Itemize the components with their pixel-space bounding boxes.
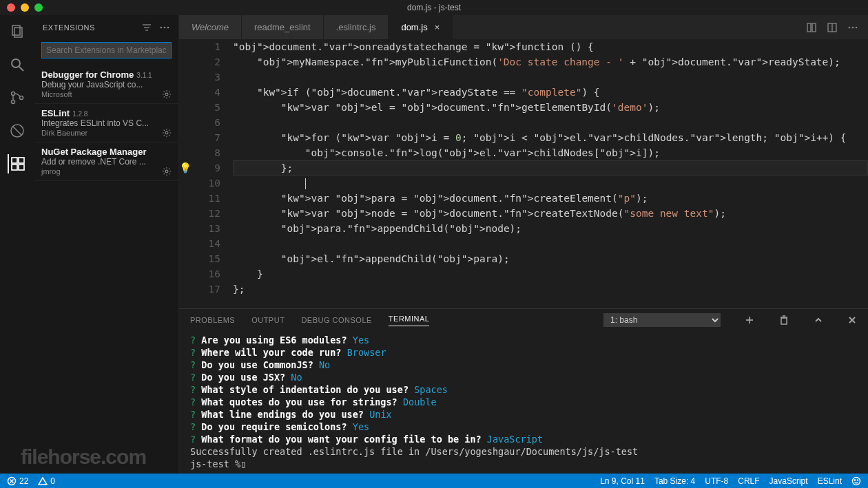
filter-icon[interactable] (141, 22, 152, 33)
svg-point-20 (165, 131, 168, 134)
explorer-icon[interactable] (8, 22, 27, 41)
editor-tab[interactable]: readme_eslint (242, 15, 324, 39)
editor-tab[interactable]: Welcome (179, 15, 242, 39)
source-control-icon[interactable] (8, 88, 27, 107)
svg-rect-11 (12, 165, 17, 170)
window-controls (0, 3, 43, 12)
svg-point-18 (167, 26, 169, 28)
extension-item[interactable]: Debugger for Chrome3.1.1Debug your JavaS… (34, 65, 178, 104)
extension-item[interactable]: ESLint1.2.8Integrates ESLint into VS C..… (34, 104, 178, 142)
feedback-icon[interactable] (851, 476, 861, 486)
svg-point-40 (853, 477, 860, 485)
extension-author: Dirk Baeumer (41, 129, 87, 137)
minimize-window-button[interactable] (21, 3, 29, 12)
extensions-search-input[interactable] (41, 42, 172, 59)
search-icon[interactable] (8, 55, 27, 74)
status-language[interactable]: JavaScript (769, 476, 808, 486)
extensions-sidebar: EXTENSIONS Debugger for Chrome3.1.1Debug… (34, 15, 179, 474)
more-icon[interactable] (159, 22, 170, 33)
editor-tab[interactable]: .eslintrc.js (324, 15, 389, 39)
split-editor-icon[interactable] (827, 22, 838, 33)
svg-rect-0 (12, 25, 20, 35)
svg-point-17 (164, 26, 166, 28)
tab-label: Welcome (192, 22, 229, 32)
gear-icon[interactable] (162, 128, 172, 138)
sidebar-header: EXTENSIONS (34, 15, 178, 39)
svg-rect-22 (807, 23, 811, 32)
svg-point-19 (165, 93, 168, 96)
svg-point-16 (161, 26, 163, 28)
tab-label: dom.js (401, 22, 427, 32)
panel-tab-terminal[interactable]: TERMINAL (389, 315, 430, 326)
maximize-window-button[interactable] (34, 3, 43, 12)
svg-point-42 (857, 479, 858, 480)
compare-icon[interactable] (806, 22, 817, 33)
svg-point-6 (20, 96, 23, 100)
extension-name: ESLint1.2.8 (41, 108, 172, 118)
svg-line-3 (19, 67, 23, 71)
gear-icon[interactable] (162, 89, 172, 99)
status-eol[interactable]: CRLF (738, 476, 759, 486)
svg-rect-23 (812, 23, 816, 32)
extension-name: NuGet Package Manager (41, 147, 172, 157)
svg-rect-9 (12, 158, 17, 163)
extension-version: 3.1.1 (136, 72, 152, 79)
status-warnings[interactable]: 0 (38, 476, 55, 486)
window-title: dom.js - js-test (407, 3, 461, 12)
debug-icon[interactable] (8, 121, 27, 140)
gear-icon[interactable] (162, 167, 172, 176)
svg-rect-31 (781, 318, 787, 324)
svg-point-5 (12, 100, 15, 104)
extension-desc: Integrates ESLint into VS C... (41, 118, 172, 128)
maximize-panel-icon[interactable] (813, 315, 824, 326)
status-tab-size[interactable]: Tab Size: 4 (654, 476, 695, 486)
svg-point-21 (165, 170, 168, 173)
svg-point-4 (12, 92, 15, 96)
extensions-icon[interactable] (8, 154, 27, 173)
extension-desc: Debug your JavaScript co... (41, 80, 172, 89)
editor-tabs: Welcomereadme_eslint.eslintrc.jsdom.js× (179, 15, 868, 39)
status-bar: 22 0 Ln 9, Col 11 Tab Size: 4 UTF-8 CRLF… (0, 474, 868, 488)
tab-label: readme_eslint (254, 22, 311, 32)
panel-tab-debug-console[interactable]: DEBUG CONSOLE (301, 316, 371, 324)
code-editor[interactable]: 💡 1234567891011121314151617 "obj">docume… (179, 39, 868, 308)
sidebar-title: EXTENSIONS (43, 23, 95, 32)
kill-terminal-icon[interactable] (778, 315, 789, 326)
panel-tab-problems[interactable]: PROBLEMS (190, 316, 235, 324)
new-terminal-icon[interactable] (744, 315, 755, 326)
status-encoding[interactable]: UTF-8 (705, 476, 728, 486)
panel-tab-output[interactable]: OUTPUT (251, 316, 285, 324)
close-tab-icon[interactable]: × (435, 22, 440, 32)
extension-author: jmrog (41, 167, 61, 176)
status-errors[interactable]: 22 (7, 476, 28, 486)
svg-rect-1 (14, 28, 22, 37)
status-linter[interactable]: ESLint (818, 476, 842, 486)
svg-marker-39 (39, 478, 47, 485)
titlebar: dom.js - js-test (0, 0, 868, 15)
activity-bar (0, 15, 34, 474)
close-window-button[interactable] (7, 3, 15, 12)
error-count: 22 (19, 476, 28, 486)
bottom-panel: PROBLEMS OUTPUT DEBUG CONSOLE TERMINAL 1… (179, 308, 868, 474)
svg-rect-10 (19, 158, 24, 163)
svg-point-26 (849, 26, 851, 28)
svg-point-41 (854, 479, 855, 480)
close-panel-icon[interactable] (847, 315, 857, 325)
extension-author: Microsoft (41, 90, 72, 98)
extension-item[interactable]: NuGet Package ManagerAdd or remove .NET … (34, 142, 178, 181)
svg-rect-12 (19, 165, 24, 170)
editor-tab[interactable]: dom.js× (389, 15, 453, 39)
tab-label: .eslintrc.js (336, 22, 376, 32)
terminal-output[interactable]: ? Are you using ES6 modules? Yes ? Where… (179, 331, 868, 474)
editor-more-icon[interactable] (847, 22, 858, 33)
svg-point-2 (12, 59, 20, 67)
svg-point-27 (852, 26, 854, 28)
extension-version: 1.2.8 (72, 110, 87, 118)
editor-area: Welcomereadme_eslint.eslintrc.jsdom.js× … (179, 15, 868, 474)
terminal-selector[interactable]: 1: bash (603, 313, 721, 327)
svg-line-8 (13, 127, 21, 135)
extension-desc: Add or remove .NET Core ... (41, 157, 172, 167)
status-cursor[interactable]: Ln 9, Col 11 (600, 476, 645, 486)
svg-point-28 (856, 26, 858, 28)
warning-count: 0 (50, 476, 55, 486)
